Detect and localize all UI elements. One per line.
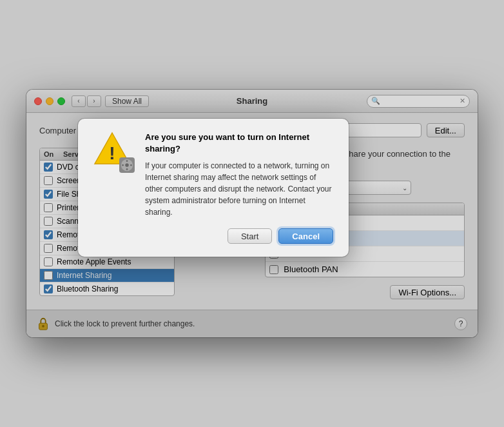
main-window: ‹ › Show All Sharing 🔍 ✕ Computer N Edit… bbox=[26, 90, 478, 337]
svg-text:!: ! bbox=[109, 143, 115, 163]
svg-point-6 bbox=[126, 160, 128, 162]
start-button[interactable]: Start bbox=[228, 228, 272, 244]
dialog-icon: ! bbox=[93, 132, 135, 173]
svg-point-5 bbox=[125, 163, 129, 167]
alert-dialog: ! Are you sure you want bbox=[78, 119, 349, 257]
svg-point-8 bbox=[122, 164, 124, 166]
dialog-text: Are you sure you want to turn on Interne… bbox=[145, 132, 333, 218]
svg-point-7 bbox=[126, 168, 128, 170]
dialog-overlay: ! Are you sure you want bbox=[26, 90, 478, 337]
dialog-title: Are you sure you want to turn on Interne… bbox=[145, 132, 333, 155]
dialog-body: If your computer is connected to a netwo… bbox=[145, 160, 333, 218]
svg-point-9 bbox=[130, 164, 132, 166]
dialog-content: ! Are you sure you want bbox=[93, 132, 333, 218]
system-prefs-icon bbox=[119, 157, 135, 173]
cancel-button[interactable]: Cancel bbox=[278, 228, 333, 244]
dialog-buttons: Start Cancel bbox=[93, 228, 333, 244]
